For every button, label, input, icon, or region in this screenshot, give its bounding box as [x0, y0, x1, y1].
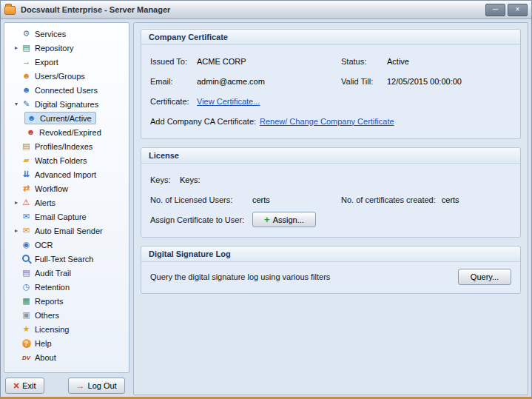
exit-button-label: Exit — [22, 381, 36, 390]
sidebar-item-reports[interactable]: Reports — [6, 294, 127, 308]
keys-row: Keys: Keys: — [150, 170, 511, 190]
licensed-users-label: No. of Licensed Users: — [150, 195, 252, 204]
sidebar-item-watch-folders[interactable]: Watch Folders — [6, 153, 127, 167]
minimize-button[interactable]: ─ — [485, 4, 505, 16]
full-text-search-icon — [21, 253, 32, 264]
expander-icon[interactable] — [12, 227, 21, 234]
sidebar-item-label: Users/Groups — [35, 72, 85, 81]
sidebar-item-advanced-import[interactable]: Advanced Import — [6, 167, 127, 181]
auto-email-sender-icon — [21, 225, 32, 236]
email-row: Email: admin@acme.com Valid Till: 12/05/… — [150, 71, 511, 91]
section-title-company-certificate: Company Certificate — [141, 30, 520, 45]
sidebar-item-repository[interactable]: Repository — [6, 41, 127, 55]
sidebar-item-workflow[interactable]: Workflow — [6, 181, 127, 195]
sidebar-item-services[interactable]: Services — [6, 27, 127, 41]
sidebar-item-revoked-expired[interactable]: Revoked/Expired — [6, 125, 127, 139]
sidebar-item-about[interactable]: About — [6, 350, 127, 364]
add-ca-certificate-row: Add Company CA Certificate: Renew/ Chang… — [150, 111, 511, 131]
profiles-indexes-icon — [21, 141, 32, 152]
query-button[interactable]: Query... — [458, 269, 511, 285]
expander-icon[interactable] — [12, 44, 21, 51]
sidebar-item-audit-trail[interactable]: Audit Trail — [6, 266, 127, 280]
sidebar-item-users-groups[interactable]: Users/Groups — [6, 69, 127, 83]
digital-signatures-icon — [21, 98, 32, 110]
email-capture-icon — [21, 211, 32, 222]
expander-icon[interactable] — [12, 199, 21, 206]
sidebar-item-label: About — [35, 353, 56, 362]
current-active-icon — [26, 113, 37, 124]
sidebar-item-label: Services — [35, 30, 66, 38]
sidebar-item-label: Current/Active — [40, 114, 92, 123]
main-panel: Company Certificate Issued To: ACME CORP… — [133, 22, 528, 395]
window-title: Docsvault Enterprise - Server Manager — [21, 5, 483, 14]
revoked-expired-icon — [25, 127, 36, 138]
sidebar: Services Repository Export Users/Groups — [4, 22, 129, 395]
view-certificate-link[interactable]: View Certificate... — [197, 97, 260, 106]
sidebar-item-current-active[interactable]: Current/Active — [6, 111, 127, 125]
ocr-icon — [21, 239, 32, 250]
sidebar-item-label: Auto Email Sender — [35, 227, 103, 235]
sidebar-item-label: Profiles/Indexes — [35, 142, 92, 151]
sidebar-item-label: Licensing — [35, 325, 69, 334]
sidebar-item-alerts[interactable]: Alerts — [6, 195, 127, 209]
licensed-users-row: No. of Licensed Users: certs No. of cert… — [150, 190, 511, 209]
license-body: Keys: Keys: No. of Licensed Users: certs… — [141, 164, 520, 237]
certificate-label: Certificate: — [150, 97, 197, 106]
query-button-label: Query... — [471, 272, 499, 281]
sidebar-item-profiles-indexes[interactable]: Profiles/Indexes — [6, 139, 127, 153]
sidebar-item-full-text-search[interactable]: Full-Text Search — [6, 252, 127, 266]
keys-label: Keys: — [150, 175, 180, 184]
status-value: Active — [387, 57, 409, 66]
export-icon — [21, 56, 32, 67]
sidebar-item-others[interactable]: Others — [6, 308, 127, 322]
about-icon — [21, 352, 32, 363]
sidebar-item-label: Repository — [35, 44, 74, 53]
licensing-icon — [21, 323, 32, 335]
sidebar-item-label: Watch Folders — [35, 156, 87, 165]
sidebar-item-digital-signatures[interactable]: Digital Signatures — [6, 97, 127, 111]
sidebar-item-connected-users[interactable]: Connected Users — [6, 83, 127, 97]
repository-icon — [21, 42, 32, 53]
assign-certificate-row: Assign Certificate to User: Assign... — [150, 209, 511, 229]
close-button[interactable]: × — [508, 4, 528, 16]
services-icon — [21, 28, 32, 39]
certificate-row: Certificate: View Certificate... — [150, 91, 511, 111]
email-label: Email: — [150, 77, 197, 86]
sidebar-item-help[interactable]: Help — [6, 336, 127, 350]
app-icon — [4, 6, 16, 15]
window-content: Services Repository Export Users/Groups — [1, 19, 531, 397]
sidebar-item-licensing[interactable]: Licensing — [6, 322, 127, 336]
sidebar-item-label: Help — [35, 339, 52, 348]
others-icon — [21, 309, 32, 321]
sidebar-item-ocr[interactable]: OCR — [6, 238, 127, 252]
valid-till-label: Valid Till: — [341, 77, 387, 86]
sidebar-item-label: OCR — [35, 241, 53, 249]
company-certificate-section: Company Certificate Issued To: ACME CORP… — [141, 29, 521, 139]
logout-button[interactable]: Log Out — [68, 378, 125, 394]
title-bar: Docsvault Enterprise - Server Manager ─ … — [1, 1, 531, 19]
sidebar-tree: Services Repository Export Users/Groups — [4, 22, 129, 373]
add-ca-label: Add Company CA Certificate: — [150, 117, 260, 126]
section-title-license: License — [141, 148, 520, 164]
sidebar-item-email-capture[interactable]: Email Capture — [6, 209, 127, 224]
license-section: License Keys: Keys: No. of Licensed User… — [141, 147, 521, 238]
renew-change-certificate-link[interactable]: Renew/ Change Company Certificate — [260, 117, 394, 126]
assign-button[interactable]: Assign... — [252, 212, 316, 227]
sidebar-item-auto-email-sender[interactable]: Auto Email Sender — [6, 224, 127, 238]
workflow-icon — [21, 183, 32, 194]
advanced-import-icon — [21, 169, 32, 180]
sidebar-item-label: Revoked/Expired — [39, 128, 101, 137]
connected-users-icon — [21, 84, 32, 95]
sidebar-item-label: Alerts — [35, 198, 55, 207]
assign-certificate-label: Assign Certificate to User: — [150, 215, 252, 224]
expander-icon[interactable] — [12, 101, 21, 107]
certificates-created-value: certs — [442, 195, 459, 204]
sidebar-item-label: Email Capture — [35, 212, 87, 221]
signature-log-body: Query the digital signature log using va… — [141, 262, 520, 293]
exit-button[interactable]: Exit — [5, 378, 44, 394]
help-icon — [21, 338, 32, 349]
sidebar-item-retention[interactable]: Retention — [6, 280, 127, 294]
issued-to-label: Issued To: — [150, 57, 197, 66]
sidebar-item-export[interactable]: Export — [6, 55, 127, 69]
logout-button-label: Log Out — [88, 381, 117, 390]
